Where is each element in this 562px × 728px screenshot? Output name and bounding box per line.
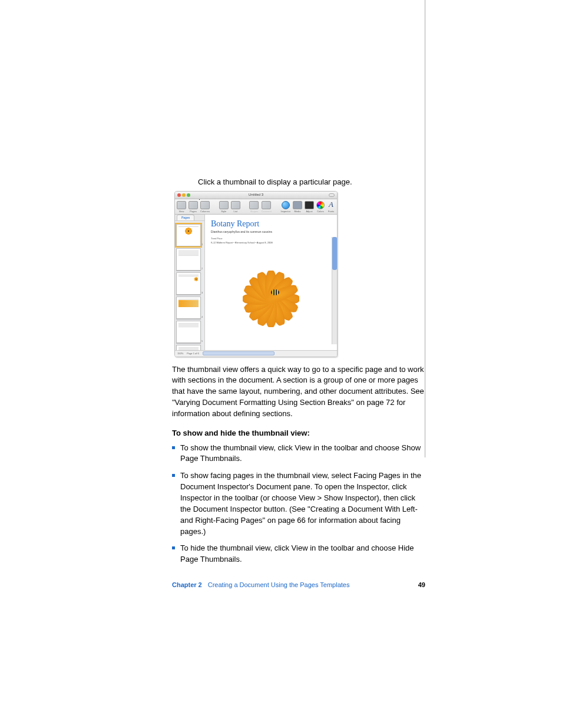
chapter-label: Chapter 2 bbox=[172, 581, 202, 590]
thumbnail-page[interactable]: 1 bbox=[176, 224, 203, 246]
procedure-list: To show the thumbnail view, click View i… bbox=[172, 443, 425, 565]
thumbnail-page[interactable]: 2 bbox=[176, 248, 203, 271]
toolbar: View Pages Columns Style List Shapes Com… bbox=[175, 199, 337, 215]
window-title: Untitled 3 bbox=[175, 192, 337, 197]
thumbnail-sidebar: Pages 1 2 3 4 5 6 bbox=[175, 215, 205, 350]
list-item: To show facing pages in the thumbnail vi… bbox=[172, 470, 425, 537]
thumbnail-page[interactable]: 5 bbox=[176, 321, 203, 343]
thumbnail-page[interactable]: 3 bbox=[176, 272, 203, 295]
document-author: Trent Price bbox=[211, 237, 331, 241]
list-item: To show the thumbnail view, click View i… bbox=[172, 443, 425, 465]
sidebar-tab-pages[interactable]: Pages bbox=[177, 215, 194, 220]
thumbnail-page[interactable]: 4 bbox=[176, 297, 203, 319]
document-canvas[interactable]: Botany Report Dianthus caryophyllus and … bbox=[205, 215, 337, 350]
toolbar-inspector[interactable]: Inspector bbox=[281, 201, 290, 213]
document-subtitle: Dianthus caryophyllus and its common cou… bbox=[211, 230, 331, 234]
chapter-title: Creating a Document Using the Pages Temp… bbox=[208, 581, 350, 590]
toolbar-adjust[interactable]: Adjust bbox=[305, 201, 314, 213]
figure-callout: Click a thumbnail to display a particula… bbox=[198, 177, 425, 187]
page-number: 49 bbox=[418, 581, 425, 590]
procedure-heading: To show and hide the thumbnail view: bbox=[172, 428, 425, 439]
window-titlebar: Untitled 3 bbox=[175, 192, 337, 199]
toolbar-fonts[interactable]: AFonts bbox=[327, 201, 335, 213]
status-bar: 150% Page 1 of 6 bbox=[175, 350, 337, 357]
horizontal-scrollbar[interactable] bbox=[203, 351, 275, 355]
document-title: Botany Report bbox=[211, 218, 331, 230]
thumbnail-page[interactable]: 6 bbox=[176, 345, 203, 350]
flower-image bbox=[230, 252, 312, 334]
toolbar-comment[interactable]: Comment bbox=[261, 201, 271, 213]
toolbar-list[interactable]: List bbox=[231, 201, 240, 213]
toolbar-shapes[interactable]: Shapes bbox=[249, 201, 259, 213]
page-footer: Chapter 2 Creating a Document Using the … bbox=[172, 581, 425, 590]
page-indicator: Page 1 of 6 bbox=[187, 352, 199, 355]
toolbar-view[interactable]: View bbox=[177, 201, 186, 213]
toolbar-pages[interactable]: Pages bbox=[189, 201, 198, 213]
toolbar-media[interactable]: Media bbox=[293, 201, 302, 213]
toolbar-style[interactable]: Style bbox=[219, 201, 229, 213]
toolbar-columns[interactable]: Columns bbox=[200, 201, 210, 213]
document-context: K-12 Midterm Report • Elementary School … bbox=[211, 241, 331, 245]
zoom-level[interactable]: 150% bbox=[177, 352, 183, 355]
toolbar-colors[interactable]: Colors bbox=[316, 201, 325, 213]
right-margin-rule bbox=[425, 0, 425, 457]
vertical-scrollbar[interactable] bbox=[332, 237, 337, 344]
body-paragraph: The thumbnail view offers a quick way to… bbox=[172, 364, 425, 420]
list-item: To hide the thumbnail view, click View i… bbox=[172, 543, 425, 565]
app-screenshot: Untitled 3 View Pages Columns Style List… bbox=[174, 191, 338, 357]
